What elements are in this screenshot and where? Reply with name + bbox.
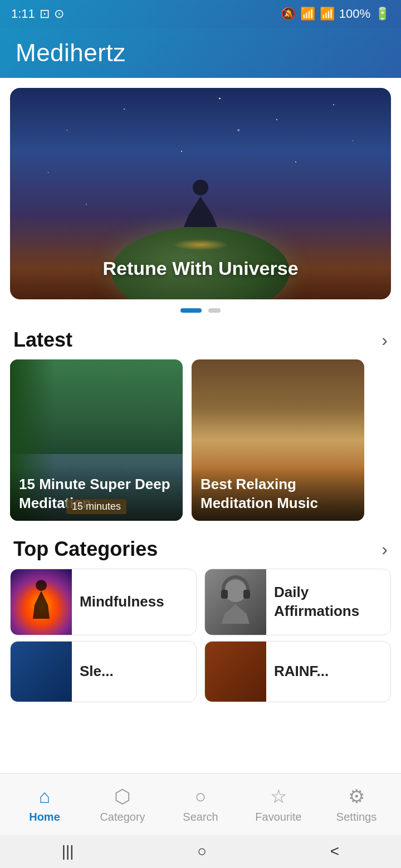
category-thumb-2 — [205, 569, 266, 635]
app-header: Medihertz — [0, 28, 401, 78]
latest-title: Latest — [13, 328, 72, 352]
signal-icon: 📶 — [320, 7, 335, 21]
hero-banner[interactable]: Retune With Universe — [10, 88, 391, 299]
nav-label-search: Search — [183, 811, 218, 823]
hp-ear-left — [221, 590, 228, 599]
nav-label-home: Home — [29, 811, 60, 823]
category-card-3[interactable]: Sle... — [10, 641, 197, 702]
wifi-icon: 📶 — [300, 7, 315, 21]
home-icon: ⌂ — [39, 786, 51, 807]
latest-cards-scroll[interactable]: 15 Minute Super Deep Meditation 15 minut… — [0, 359, 401, 526]
nav-label-favourite: Favourite — [255, 811, 301, 823]
main-content: Retune With Universe Latest › 15 Minute … — [0, 78, 401, 786]
category-card-4[interactable]: RAINF... — [204, 641, 391, 702]
mute-icon: 🔕 — [281, 7, 296, 21]
camera-icon: ⊡ — [40, 7, 50, 21]
hp-ear-right — [243, 590, 250, 599]
media-card-2[interactable]: Best Relaxing Meditation Music — [192, 359, 364, 521]
latest-section-header: Latest › — [0, 317, 401, 359]
status-left: 1:11 ⊡ ⊙ — [11, 7, 64, 21]
recent-apps-button[interactable]: ||| — [62, 842, 74, 860]
latest-arrow[interactable]: › — [382, 330, 388, 351]
cat-person — [25, 580, 58, 624]
person-body — [184, 196, 217, 227]
favourite-icon: ☆ — [270, 785, 287, 807]
hp-body — [222, 604, 250, 624]
category-icon: ⬡ — [114, 785, 131, 807]
nav-item-home[interactable]: ⌂ Home — [17, 786, 72, 823]
status-bar: 1:11 ⊡ ⊙ 🔕 📶 📶 100% 🔋 — [0, 0, 401, 28]
pagination-dots — [0, 299, 401, 317]
hero-section: Retune With Universe — [0, 78, 401, 299]
status-right: 🔕 📶 📶 100% 🔋 — [281, 7, 390, 21]
nav-label-category: Category — [100, 811, 145, 823]
home-button[interactable]: ○ — [197, 842, 207, 860]
categories-arrow[interactable]: › — [382, 539, 388, 560]
dot-1 — [180, 308, 202, 313]
hero-person-silhouette — [184, 180, 217, 246]
category-label-2: Daily Affirmations — [266, 583, 390, 621]
dot-2 — [208, 308, 221, 313]
system-nav: ||| ○ < — [0, 835, 401, 868]
app-title: Medihertz — [16, 39, 126, 67]
category-card-1[interactable]: Mindfulness — [10, 569, 197, 635]
category-label-1: Mindfulness — [72, 593, 196, 611]
battery-percent: 100% — [339, 7, 370, 21]
person-head — [193, 180, 208, 195]
nav-item-favourite[interactable]: ☆ Favourite — [251, 785, 306, 823]
category-thumb-1 — [11, 569, 72, 635]
categories-grid: Mindfulness Daily Affirmations — [0, 569, 401, 641]
headphone-person — [216, 580, 255, 624]
search-icon: ○ — [195, 786, 207, 807]
nav-label-settings: Settings — [336, 811, 376, 823]
categories-partial-row: Sle... RAINF... — [0, 641, 401, 708]
category-card-2[interactable]: Daily Affirmations — [204, 569, 391, 635]
hero-text: Retune With Universe — [10, 258, 391, 279]
bottom-nav: ⌂ Home ⬡ Category ○ Search ☆ Favourite ⚙… — [0, 773, 401, 835]
nav-item-settings[interactable]: ⚙ Settings — [329, 785, 384, 823]
card-1-duration: 15 minutes — [66, 499, 126, 514]
cat-body — [33, 591, 50, 619]
category-label-4: RAINF... — [266, 662, 390, 681]
card-2-title: Best Relaxing Meditation Music — [192, 466, 364, 521]
status-time: 1:11 — [11, 7, 35, 21]
category-label-3: Sle... — [72, 662, 196, 681]
nav-item-category[interactable]: ⬡ Category — [95, 785, 150, 823]
media-card-1[interactable]: 15 Minute Super Deep Meditation 15 minut… — [10, 359, 183, 521]
battery-icon: 🔋 — [375, 7, 390, 21]
person-shape — [184, 180, 217, 246]
settings-icon: ⚙ — [348, 785, 365, 807]
categories-section-header: Top Categories › — [0, 526, 401, 569]
cat-head — [36, 580, 47, 591]
category-thumb-4 — [205, 641, 266, 702]
categories-title: Top Categories — [13, 537, 158, 561]
hp-head — [224, 580, 247, 602]
nav-item-search[interactable]: ○ Search — [173, 786, 228, 823]
back-button[interactable]: < — [330, 842, 339, 860]
recorder-icon: ⊙ — [54, 7, 64, 21]
category-thumb-3 — [11, 641, 72, 702]
